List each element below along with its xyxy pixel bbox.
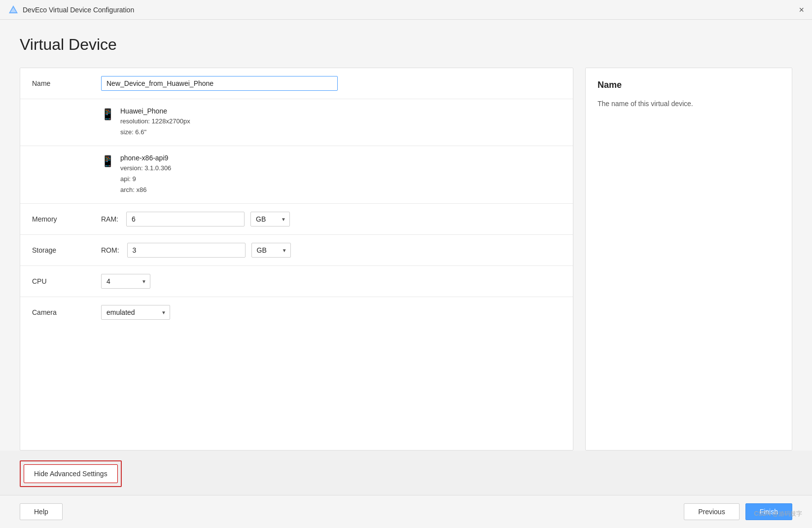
system-value: 📱 phone-x86-api9 version: 3.1.0.306 api:… [101,154,561,195]
hide-advanced-wrapper: Hide Advanced Settings [20,460,122,487]
ram-unit-wrapper: MB GB [250,212,290,226]
memory-value: RAM: MB GB [101,212,561,226]
hide-advanced-button[interactable]: Hide Advanced Settings [24,464,118,483]
info-panel-title: Name [598,80,780,90]
camera-value: emulated webcam0 none [101,305,561,320]
info-panel: Name The name of this virtual device. [585,68,792,451]
close-button[interactable]: × [799,5,804,14]
system-version: version: 3.1.0.306 [120,163,171,174]
name-input[interactable] [101,76,338,91]
camera-row: Camera emulated webcam0 none [20,297,573,328]
cpu-value: 1 2 4 8 [101,274,561,289]
system-name: phone-x86-api9 [120,154,171,162]
previous-button[interactable]: Previous [684,503,739,520]
name-label: Name [32,79,101,87]
ram-input[interactable] [126,212,245,226]
title-bar: DevEco Virtual Device Configuration × [0,0,812,20]
camera-select-wrapper: emulated webcam0 none [101,305,170,320]
memory-label: Memory [32,215,101,223]
storage-label: Storage [32,246,101,254]
name-value [101,76,561,91]
device-size: size: 6.6" [120,127,190,138]
camera-select[interactable]: emulated webcam0 none [101,305,170,320]
phone-icon: 📱 [101,108,114,121]
cpu-label: CPU [32,277,101,285]
footer-left: Help [20,503,63,520]
cpu-select-wrapper: 1 2 4 8 [101,274,150,289]
rom-input[interactable] [127,243,246,258]
system-row: 📱 phone-x86-api9 version: 3.1.0.306 api:… [20,146,573,204]
form-panel: Name 📱 Huawei_Phone resolution: 1228x270… [20,68,573,451]
system-text: phone-x86-api9 version: 3.1.0.306 api: 9… [120,154,171,195]
watermark: CSDN @游码技字 [754,510,802,518]
cpu-select[interactable]: 1 2 4 8 [101,274,150,289]
footer: Help Previous Finish [0,495,812,528]
cpu-row: CPU 1 2 4 8 [20,266,573,297]
page-title: Virtual Device [20,36,792,54]
system-api: api: 9 [120,174,171,185]
device-name: Huawei_Phone [120,107,190,115]
device-row: 📱 Huawei_Phone resolution: 1228x2700px s… [20,99,573,146]
device-resolution: resolution: 1228x2700px [120,116,190,127]
main-content: Virtual Device Name 📱 Huawei_Phone [0,20,812,451]
storage-row: Storage ROM: MB GB [20,235,573,266]
rom-unit-select[interactable]: MB GB [251,243,291,258]
help-button[interactable]: Help [20,503,63,520]
title-bar-left: DevEco Virtual Device Configuration [8,4,134,15]
system-arch: arch: x86 [120,185,171,195]
content-area: Name 📱 Huawei_Phone resolution: 1228x270… [20,68,792,451]
device-info: 📱 Huawei_Phone resolution: 1228x2700px s… [101,107,190,138]
name-row: Name [20,68,573,99]
info-panel-description: The name of this virtual device. [598,98,780,109]
storage-value-row: ROM: MB GB [101,243,561,258]
device-value: 📱 Huawei_Phone resolution: 1228x2700px s… [101,107,561,138]
system-info: 📱 phone-x86-api9 version: 3.1.0.306 api:… [101,154,171,195]
storage-value: ROM: MB GB [101,243,561,258]
memory-row: Memory RAM: MB GB [20,204,573,235]
rom-unit-wrapper: MB GB [251,243,291,258]
rom-label: ROM: [101,246,119,254]
camera-label: Camera [32,308,101,316]
ram-unit-select[interactable]: MB GB [250,212,290,226]
ram-label: RAM: [101,215,118,223]
memory-value-row: RAM: MB GB [101,212,561,226]
advanced-section: Hide Advanced Settings [0,460,812,487]
window-title: DevEco Virtual Device Configuration [23,6,134,14]
system-phone-icon: 📱 [101,155,114,168]
device-text: Huawei_Phone resolution: 1228x2700px siz… [120,107,190,138]
app-logo [8,4,19,15]
